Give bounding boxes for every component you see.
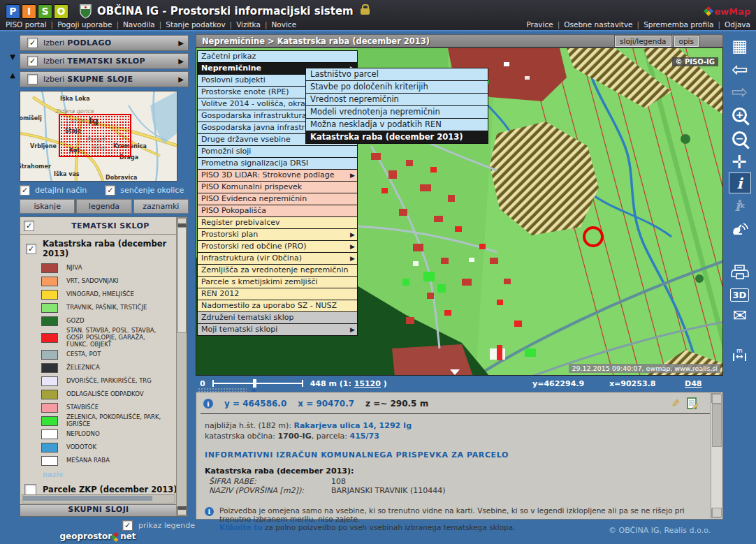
- panel-coord-x: x = 90470.7: [298, 399, 354, 409]
- identify-k-button[interactable]: ik: [723, 195, 756, 216]
- menu-item[interactable]: Zemljišča za vrednotenje nepremičnin: [198, 265, 357, 277]
- top-menu-item[interactable]: Odjava: [714, 20, 750, 30]
- menu-item[interactable]: Prostorski red občine (PRO) ▶: [198, 241, 357, 253]
- scale-slider[interactable]: [212, 383, 303, 384]
- selector-bar[interactable]: ✓ IzberiPODLAGO ▶: [20, 35, 189, 51]
- menu-item[interactable]: PISO Pokopališča: [198, 205, 357, 217]
- panel-scroll-down-icon[interactable]: [711, 508, 721, 518]
- legend-item: ODLAGALIŠČE ODPADKOV: [41, 388, 187, 401]
- scale-slider-handle[interactable]: [253, 379, 256, 388]
- sidebar-tab[interactable]: zaznamki: [133, 199, 189, 214]
- header: PISO OBČINA IG - Prostorski informacijsk…: [0, 0, 756, 31]
- scroll-down-icon[interactable]: [177, 507, 186, 516]
- collapse-triangle-icon[interactable]: ▲: [7, 71, 18, 79]
- submenu-item[interactable]: Stavbe po določenih kriterijih: [306, 81, 488, 94]
- option-checkbox[interactable]: ✓: [105, 185, 115, 196]
- gps-button[interactable]: [723, 217, 756, 238]
- top-menu-item[interactable]: Navodila: [112, 20, 154, 30]
- selector-bar[interactable]: ✓ IzberiTEMATSKI SKLOP ▶: [20, 53, 189, 69]
- panel-scroll-thumb[interactable]: [712, 404, 722, 447]
- lock-icon: [361, 8, 370, 15]
- menu-item[interactable]: Infrastruktura (vir Občina) ▶: [198, 253, 357, 265]
- back-button[interactable]: ⇦: [723, 59, 756, 80]
- map-extent-rectangle[interactable]: [59, 114, 131, 157]
- legend-swatch: [41, 363, 58, 373]
- tematski-sklop-checkbox[interactable]: ✓: [24, 221, 34, 231]
- scroll-up-icon[interactable]: [177, 217, 186, 226]
- menu-item[interactable]: Moji tematski sklopi ▶: [198, 324, 357, 335]
- legend-item: VINOGRAD, HMELJIŠČE: [41, 288, 187, 301]
- sloji-legenda-button[interactable]: sloji/legenda: [615, 36, 671, 47]
- top-menu-item[interactable]: PISO portal: [6, 20, 47, 30]
- top-menu-item[interactable]: Vizitka: [226, 20, 261, 30]
- overview-minimap[interactable]: Iška LokaZidana gorica302mIgTomišeljStaj…: [20, 91, 177, 182]
- menu-item[interactable]: Parcele s kmetijskimi zemljišči: [198, 277, 357, 288]
- mail-button[interactable]: ✉: [723, 305, 756, 326]
- forward-button[interactable]: ⇨: [723, 82, 756, 103]
- identify-button[interactable]: i: [723, 172, 756, 193]
- selector-checkbox[interactable]: ✓: [27, 38, 38, 48]
- top-menu-item[interactable]: Stanje podatkov: [155, 20, 226, 30]
- selector-checkbox[interactable]: ✓: [27, 56, 38, 66]
- submenu-item[interactable]: Lastništvo parcel: [306, 68, 488, 81]
- zoom-out-button[interactable]: −: [723, 128, 756, 149]
- sidebar-tab[interactable]: legenda: [76, 199, 131, 214]
- overview-map-button[interactable]: ▦: [723, 36, 756, 57]
- top-menu-item[interactable]: Pogoji uporabe: [47, 20, 112, 30]
- menu-item[interactable]: PISO Komunalni prispevek: [198, 182, 357, 193]
- 3d-view-button[interactable]: 3D: [723, 284, 756, 305]
- opis-button[interactable]: opis: [674, 36, 699, 47]
- projection-link[interactable]: D48: [685, 379, 702, 388]
- menu-item[interactable]: Nadomestilo za uporabo SZ - NUSZ: [198, 300, 357, 312]
- legend-swatch: [41, 350, 58, 360]
- submenu-item[interactable]: Vrednost nepremičnin: [306, 94, 488, 106]
- panel-scroll-up-icon[interactable]: [711, 393, 721, 403]
- submenu-item[interactable]: Možna neskladja v podatkih REN: [306, 119, 488, 131]
- kliknite-tu-link[interactable]: Kliknite tu: [219, 523, 263, 531]
- menu-item[interactable]: PISO Evidenca nepremičnin: [198, 193, 357, 205]
- legend-swatch: [41, 390, 58, 399]
- menu-item[interactable]: Pomožni sloji: [198, 146, 357, 158]
- menu-item[interactable]: Prostorski plan ▶: [198, 229, 357, 241]
- menu-item[interactable]: Prometna signalizacija DRSI: [198, 158, 357, 170]
- panel-resize-handle[interactable]: [198, 388, 247, 392]
- scale-link[interactable]: 15120: [354, 379, 381, 388]
- top-menu-item[interactable]: Sprememba profila: [633, 20, 714, 30]
- legend-item: VODOTOK: [41, 441, 187, 455]
- skupni-sloji-header[interactable]: SKUPNI SLOJI: [20, 504, 177, 516]
- geoprostor-logo[interactable]: geoprostornet: [0, 531, 196, 541]
- top-menu-item[interactable]: Pravice: [526, 20, 553, 30]
- selector-bar[interactable]: IzberiSKUPNE SLOJE ▶: [20, 71, 189, 87]
- nearest-address-link[interactable]: Rakarjeva ulica 14, 1292 Ig: [293, 421, 412, 430]
- edit-pencil-icon[interactable]: ✎: [671, 397, 681, 410]
- menu-item[interactable]: PISO 3D LiDAR: Strokovne podlage ▶: [198, 170, 357, 182]
- nepremicnine-submenu: Lastništvo parcelStavbe po določenih kri…: [305, 68, 488, 144]
- scroll-thumb[interactable]: [177, 227, 187, 333]
- legend-vertical-scrollbar[interactable]: [176, 217, 187, 516]
- notepad-icon[interactable]: [686, 397, 699, 410]
- parcel-link[interactable]: 415/73: [350, 432, 379, 441]
- sidebar-tab[interactable]: iskanje: [20, 199, 75, 214]
- theme-checkbox[interactable]: ✓: [26, 244, 36, 254]
- prikaz-legende-checkbox[interactable]: ✓: [122, 520, 133, 531]
- menu-item[interactable]: Združeni tematski sklop: [198, 312, 357, 324]
- collapse-triangle-icon[interactable]: ▼: [7, 53, 18, 61]
- pan-button[interactable]: ✛: [723, 152, 756, 172]
- submenu-item[interactable]: Katastrska raba (december 2013): [306, 131, 488, 143]
- panel-scrollbar[interactable]: [711, 393, 722, 518]
- menu-item[interactable]: REN 2012: [198, 288, 357, 300]
- menu-item[interactable]: Začetni prikaz: [198, 51, 357, 63]
- option-checkbox[interactable]: ✓: [20, 185, 30, 196]
- top-menu-item[interactable]: Novice: [261, 20, 296, 30]
- map-collapse-icon[interactable]: [450, 369, 460, 375]
- top-menu-item[interactable]: Osebne nastavitve: [553, 20, 633, 30]
- menu-item[interactable]: Register prebivalcev: [198, 217, 357, 229]
- zoom-in-button[interactable]: +: [723, 104, 756, 125]
- selector-checkbox[interactable]: [27, 74, 38, 84]
- legend-horizontal-scrollbar[interactable]: [22, 494, 175, 503]
- measure-button[interactable]: m ↔: [723, 344, 756, 365]
- printer-icon: [731, 264, 749, 281]
- print-button[interactable]: [723, 262, 756, 283]
- submenu-item[interactable]: Modeli vrednotenja nepremičnin: [306, 106, 488, 119]
- komunalni-prispevek-link[interactable]: INFORMATIVNI IZRAČUN KOMUNALNEGA PRISPEV…: [205, 450, 714, 460]
